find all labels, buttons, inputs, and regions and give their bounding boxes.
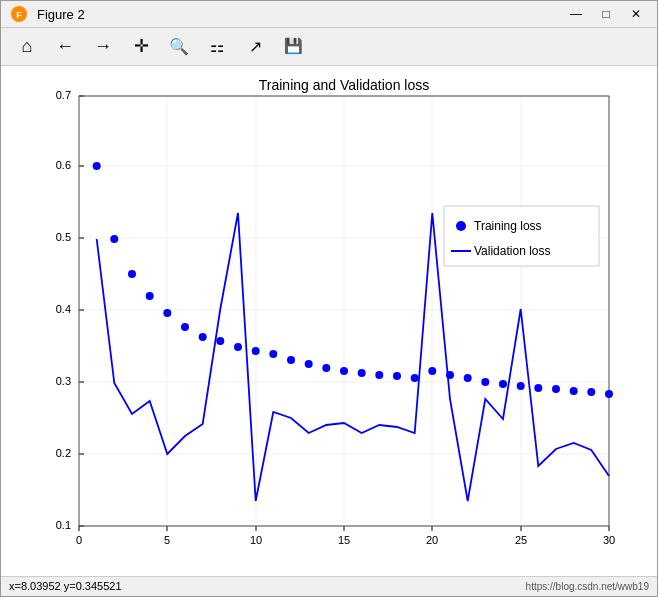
chart-title: Training and Validation loss	[259, 77, 429, 93]
training-dot	[481, 378, 489, 386]
training-dot	[534, 384, 542, 392]
title-bar: F Figure 2 — □ ✕	[1, 1, 657, 28]
chart-svg: Training and Validation loss 0.1 0.2 0.3…	[19, 76, 639, 566]
legend-validation-label: Validation loss	[474, 244, 551, 258]
x-tick-20: 20	[426, 534, 438, 546]
training-dot	[199, 333, 207, 341]
maximize-button[interactable]: □	[593, 3, 619, 25]
training-dot	[375, 371, 383, 379]
training-dot	[570, 387, 578, 395]
training-dot	[340, 367, 348, 375]
legend-training-label: Training loss	[474, 219, 542, 233]
svg-text:F: F	[16, 10, 22, 20]
y-tick-06: 0.6	[56, 159, 71, 171]
training-dot	[464, 374, 472, 382]
window-title: Figure 2	[37, 7, 555, 22]
window-controls: — □ ✕	[563, 3, 649, 25]
toolbar: ⌂ ← → ✛ 🔍 ⚏ ↗ 💾	[1, 28, 657, 65]
configure-button[interactable]: ⚏	[199, 29, 235, 63]
x-tick-0: 0	[76, 534, 82, 546]
home-button[interactable]: ⌂	[9, 29, 45, 63]
training-dot	[446, 371, 454, 379]
training-dot	[428, 367, 436, 375]
x-tick-5: 5	[164, 534, 170, 546]
training-dot	[110, 235, 118, 243]
url-display: https://blog.csdn.net/wwb19	[526, 581, 649, 592]
training-dot	[252, 347, 260, 355]
training-dot	[393, 372, 401, 380]
training-dot	[163, 309, 171, 317]
zoom-button[interactable]: 🔍	[161, 29, 197, 63]
x-tick-15: 15	[338, 534, 350, 546]
pan-button[interactable]: ✛	[123, 29, 159, 63]
training-dot	[605, 390, 613, 398]
training-dot	[305, 360, 313, 368]
y-tick-03: 0.3	[56, 375, 71, 387]
plot-area: Training and Validation loss 0.1 0.2 0.3…	[1, 66, 657, 576]
training-dot	[269, 350, 277, 358]
forward-button[interactable]: →	[85, 29, 121, 63]
x-tick-25: 25	[515, 534, 527, 546]
minimize-button[interactable]: —	[563, 3, 589, 25]
training-dot	[287, 356, 295, 364]
coords-display: x=8.03952 y=0.345521	[9, 580, 122, 592]
save-button[interactable]: 💾	[275, 29, 311, 63]
training-dot	[358, 369, 366, 377]
x-tick-30: 30	[603, 534, 615, 546]
main-window: F Figure 2 — □ ✕ ⌂ ← → ✛ 🔍 ⚏ ↗ 💾 Trainin…	[0, 0, 658, 597]
y-tick-04: 0.4	[56, 303, 71, 315]
training-dot	[411, 374, 419, 382]
training-dot	[181, 323, 189, 331]
training-dot	[234, 343, 242, 351]
training-dot	[517, 382, 525, 390]
back-button[interactable]: ←	[47, 29, 83, 63]
training-dot	[146, 292, 154, 300]
training-dot	[552, 385, 560, 393]
app-icon: F	[9, 4, 29, 24]
training-dot	[322, 364, 330, 372]
x-tick-10: 10	[250, 534, 262, 546]
y-tick-02: 0.2	[56, 447, 71, 459]
y-tick-01: 0.1	[56, 519, 71, 531]
training-dot	[216, 337, 224, 345]
close-button[interactable]: ✕	[623, 3, 649, 25]
training-dot	[499, 380, 507, 388]
training-dot	[128, 270, 136, 278]
status-bar: x=8.03952 y=0.345521 https://blog.csdn.n…	[1, 576, 657, 596]
training-dot	[587, 388, 595, 396]
y-tick-07: 0.7	[56, 89, 71, 101]
y-tick-05: 0.5	[56, 231, 71, 243]
edit-button[interactable]: ↗	[237, 29, 273, 63]
training-dot	[93, 162, 101, 170]
legend-training-icon	[456, 221, 466, 231]
